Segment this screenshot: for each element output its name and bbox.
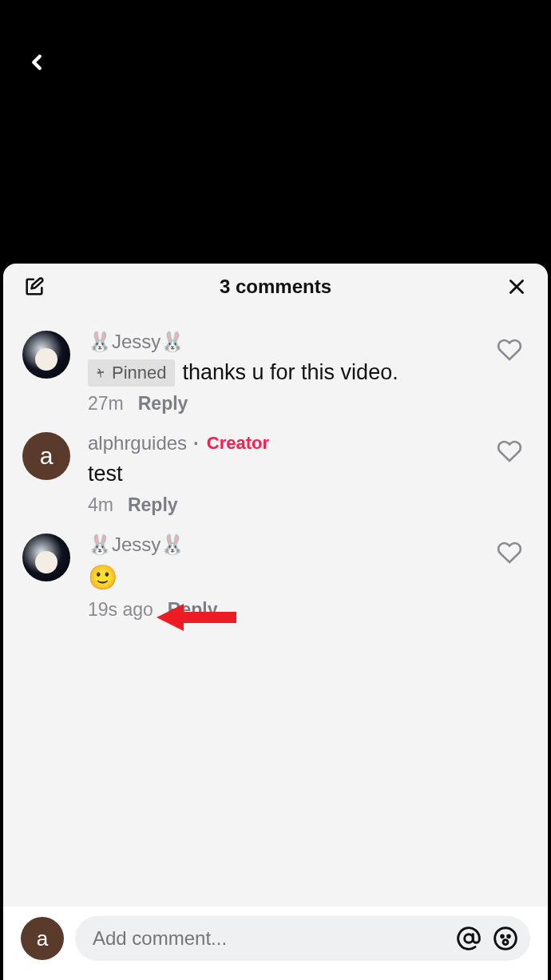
at-icon (456, 926, 482, 951)
comment-body: alphrguides · Creator test 4m Reply (88, 432, 487, 516)
panel-header: 3 comments (3, 264, 548, 310)
pin-icon (94, 367, 107, 379)
chevron-left-icon (25, 50, 49, 74)
comment-username[interactable]: 🐰Jessy🐰 (88, 534, 487, 556)
like-button[interactable] (497, 438, 522, 467)
panel-title: 3 comments (220, 276, 331, 298)
comment-time: 4m (88, 494, 113, 516)
svg-point-5 (508, 935, 510, 938)
username-text: 🐰Jessy🐰 (88, 534, 184, 556)
avatar[interactable] (22, 534, 70, 581)
close-icon (506, 276, 527, 297)
comment-meta: 4m Reply (88, 494, 487, 516)
comment-time: 27m (88, 393, 124, 415)
edit-icon (23, 276, 46, 298)
like-column (497, 331, 529, 366)
avatar[interactable] (22, 331, 70, 379)
comment-body: 🐰Jessy🐰 🙂 19s ago Reply (88, 534, 487, 621)
comments-panel: 3 comments 🐰Jessy🐰 Pinned thanks u for t… (3, 264, 548, 980)
edit-button[interactable] (22, 275, 46, 299)
comment-input-bar: a (3, 907, 548, 980)
username-text: 🐰Jessy🐰 (88, 331, 184, 353)
reply-button[interactable]: Reply (128, 494, 178, 516)
comment-content: Pinned thanks u for this video. (88, 358, 487, 388)
creator-badge: Creator (207, 433, 269, 454)
mention-button[interactable] (455, 925, 482, 952)
comment-text: 🙂 (88, 561, 117, 594)
avatar[interactable]: a (22, 432, 70, 480)
comment-body: 🐰Jessy🐰 Pinned thanks u for this video. … (88, 331, 487, 415)
like-button[interactable] (497, 540, 522, 569)
comment-username[interactable]: alphrguides · Creator (88, 432, 487, 454)
comment-meta: 19s ago Reply (88, 599, 487, 621)
username-text: alphrguides (88, 432, 187, 454)
avatar-letter: a (40, 442, 54, 470)
comment-item: a alphrguides · Creator test 4m Reply (3, 423, 548, 524)
pinned-label: Pinned (112, 361, 167, 386)
back-button[interactable] (21, 46, 53, 78)
reply-button[interactable]: Reply (168, 599, 218, 621)
like-column (497, 432, 529, 467)
comment-text: thanks u for this video. (183, 358, 398, 388)
separator-dot: · (193, 432, 199, 454)
close-button[interactable] (505, 275, 529, 299)
svg-point-2 (465, 934, 474, 943)
comment-meta: 27m Reply (88, 393, 487, 415)
heart-icon (497, 438, 522, 464)
svg-point-4 (501, 935, 504, 938)
comment-item: 🐰Jessy🐰 🙂 19s ago Reply (3, 524, 548, 629)
heart-icon (497, 540, 522, 565)
reply-button[interactable]: Reply (138, 393, 188, 415)
comments-list[interactable]: 🐰Jessy🐰 Pinned thanks u for this video. … (3, 310, 548, 907)
like-column (497, 534, 529, 569)
video-background (0, 0, 551, 264)
heart-icon (497, 337, 522, 363)
emoji-icon (493, 926, 518, 951)
svg-point-6 (503, 940, 508, 945)
comment-input[interactable] (93, 927, 446, 950)
comment-input-field[interactable] (75, 916, 530, 961)
current-user-avatar[interactable]: a (21, 917, 64, 960)
pinned-badge: Pinned (88, 359, 175, 387)
emoji-button[interactable] (492, 925, 519, 952)
comment-time: 19s ago (88, 599, 153, 621)
comment-username[interactable]: 🐰Jessy🐰 (88, 331, 487, 353)
comment-content: test (88, 459, 487, 490)
comment-text: test (88, 459, 123, 490)
comment-item: 🐰Jessy🐰 Pinned thanks u for this video. … (3, 321, 548, 423)
avatar-letter: a (37, 926, 48, 951)
comment-content: 🙂 (88, 561, 487, 594)
svg-point-3 (495, 928, 517, 950)
like-button[interactable] (497, 337, 522, 366)
